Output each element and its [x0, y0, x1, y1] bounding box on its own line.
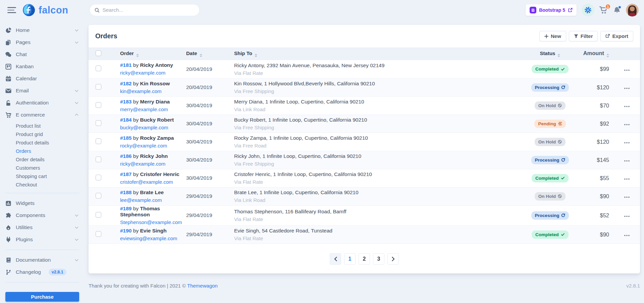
select-all-checkbox[interactable]: [96, 50, 101, 56]
customer-email-link[interactable]: rocky@example.com: [120, 143, 167, 148]
row-actions-button[interactable]: [622, 159, 632, 163]
sidebar-item-kanban[interactable]: Kanban: [5, 60, 79, 73]
order-id-link[interactable]: #181: [120, 62, 131, 68]
shipping-method: Via Free Shipping: [234, 161, 530, 167]
search-box[interactable]: [90, 4, 200, 16]
sidebar-item-product-list[interactable]: Product list: [5, 122, 79, 130]
sidebar-item-order-details[interactable]: Order details: [5, 155, 79, 164]
row-actions-button[interactable]: [622, 177, 632, 181]
falcon-logo-icon: [22, 3, 36, 17]
customer-email-link[interactable]: Stephenson@example.com: [120, 219, 182, 225]
customer-email-link[interactable]: bucky@example.com: [120, 125, 168, 130]
column-header-amount[interactable]: Amount: [570, 47, 614, 60]
customer-email-link[interactable]: kin@example.com: [120, 88, 162, 94]
pagination-page-2[interactable]: 2: [359, 253, 370, 265]
ecommerce-submenu: Product list Product grid Product detail…: [5, 122, 79, 189]
customer-email-link[interactable]: ricky@example.com: [120, 70, 165, 76]
row-checkbox[interactable]: [96, 231, 101, 237]
sidebar-item-pages[interactable]: Pages: [5, 36, 79, 48]
settings-button[interactable]: [582, 4, 594, 16]
row-checkbox[interactable]: [96, 102, 101, 108]
row-actions-button[interactable]: [622, 141, 632, 145]
customer-email-link[interactable]: ricky@example.com: [120, 161, 165, 167]
new-button[interactable]: New: [539, 31, 566, 41]
redo-icon: [561, 213, 565, 217]
column-header-status[interactable]: Status: [530, 47, 570, 60]
order-id-link[interactable]: #188: [120, 189, 131, 195]
sidebar-item-authentication[interactable]: Authentication: [5, 97, 79, 109]
purchase-button[interactable]: Purchase: [5, 292, 79, 302]
pagination-next-button[interactable]: [387, 253, 399, 265]
chart-pie-icon: [5, 28, 11, 33]
sidebar-item-home[interactable]: Home: [5, 24, 79, 36]
sidebar-item-email[interactable]: Email: [5, 85, 79, 97]
themewagon-link[interactable]: Themewagon: [187, 283, 218, 289]
order-amount: $90: [570, 187, 614, 205]
order-id-link[interactable]: #183: [120, 99, 131, 104]
sidebar-item-widgets[interactable]: Widgets: [5, 197, 79, 209]
customer-email-link[interactable]: eviewsing@example.com: [120, 235, 177, 241]
cart-button[interactable]: 1: [599, 6, 608, 14]
export-button[interactable]: Export: [600, 31, 633, 41]
row-checkbox[interactable]: [96, 120, 101, 126]
order-id-link[interactable]: #186: [120, 153, 131, 159]
sidebar-item-documentation[interactable]: Documentation: [5, 254, 79, 266]
order-id-link[interactable]: #182: [120, 81, 131, 86]
brand-logo[interactable]: falcon: [22, 3, 68, 17]
row-checkbox[interactable]: [96, 138, 101, 144]
sidebar-item-shopping-cart[interactable]: Shopping cart: [5, 172, 79, 180]
row-actions-button[interactable]: [622, 68, 632, 72]
sidebar-item-utilities[interactable]: Utilities: [5, 221, 79, 233]
sidebar-item-changelog[interactable]: Changelog v2.8.1: [5, 266, 79, 278]
row-checkbox[interactable]: [96, 157, 101, 162]
column-header-date[interactable]: Date: [186, 47, 234, 60]
sidebar-item-plugins[interactable]: Plugins: [5, 233, 79, 246]
ellipsis-icon: [624, 160, 630, 162]
sidebar-item-chat[interactable]: Chat: [5, 48, 79, 60]
filter-button[interactable]: Filter: [569, 31, 598, 41]
sidebar-item-checkout[interactable]: Checkout: [5, 180, 79, 189]
ellipsis-icon: [624, 70, 630, 71]
customer-email-link[interactable]: cristofer@example.com: [120, 179, 173, 185]
row-checkbox[interactable]: [96, 84, 101, 90]
customer-email-link[interactable]: lee@example.com: [120, 197, 162, 203]
hamburger-menu-icon[interactable]: [7, 7, 16, 13]
order-id-link[interactable]: #190: [120, 228, 131, 233]
row-checkbox[interactable]: [96, 175, 101, 180]
sidebar-item-product-grid[interactable]: Product grid: [5, 130, 79, 138]
pagination-prev-button[interactable]: [330, 253, 341, 265]
row-actions-button[interactable]: [622, 214, 632, 218]
sidebar-item-calendar[interactable]: Calendar: [5, 73, 79, 85]
row-actions-button[interactable]: [622, 195, 632, 199]
row-checkbox[interactable]: [96, 212, 101, 218]
ellipsis-icon: [624, 88, 630, 89]
order-id-link[interactable]: #189: [120, 206, 131, 211]
ship-address: Kin Rossow, 1 Hollywood Blvd,Beverly Hil…: [234, 81, 530, 87]
sidebar-item-components[interactable]: Components: [5, 209, 79, 221]
row-actions-button[interactable]: [622, 233, 632, 237]
sidebar-item-ecommerce[interactable]: E commerce: [5, 109, 79, 121]
column-header-order[interactable]: Order: [120, 47, 186, 60]
shipping-method: Via Flat Rate: [234, 235, 530, 241]
user-avatar[interactable]: [626, 4, 639, 16]
pagination-page-3[interactable]: 3: [373, 253, 384, 265]
search-input[interactable]: [102, 7, 195, 13]
status-badge: Pending: [534, 120, 566, 128]
row-actions-button[interactable]: [622, 104, 632, 109]
row-checkbox[interactable]: [96, 193, 101, 199]
order-id-link[interactable]: #184: [120, 117, 131, 123]
column-header-shipto[interactable]: Ship To: [234, 47, 530, 60]
row-checkbox[interactable]: [96, 66, 101, 71]
pagination-page-1[interactable]: 1: [344, 253, 356, 265]
sidebar-item-product-details[interactable]: Product details: [5, 138, 79, 147]
bootstrap5-badge[interactable]: B Bootstrap 5: [526, 4, 577, 16]
status-badge: Processing: [531, 156, 569, 164]
customer-email-link[interactable]: merry@example.com: [120, 106, 168, 112]
sidebar-item-orders[interactable]: Orders: [5, 147, 79, 155]
row-actions-button[interactable]: [622, 123, 632, 127]
notifications-button[interactable]: [613, 6, 621, 14]
row-actions-button[interactable]: [622, 86, 632, 90]
order-id-link[interactable]: #187: [120, 171, 131, 177]
sidebar-item-customers[interactable]: Customers: [5, 164, 79, 172]
order-id-link[interactable]: #185: [120, 135, 131, 141]
